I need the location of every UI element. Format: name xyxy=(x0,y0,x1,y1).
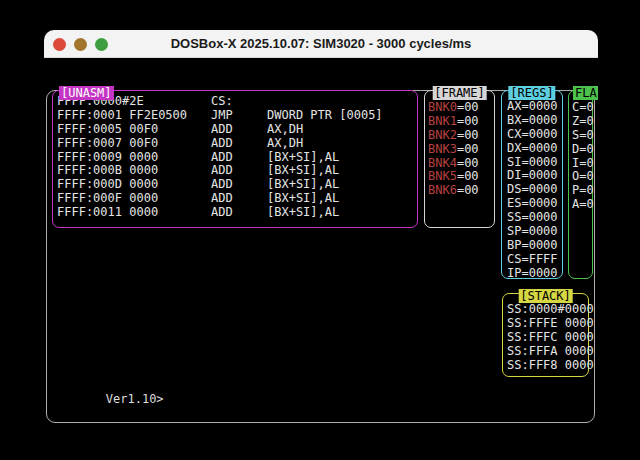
unasm-mnemonic: ADD xyxy=(211,178,267,192)
register-row: DX=0000 xyxy=(507,142,562,156)
unasm-address: FFFF:000B 0000 xyxy=(57,164,211,178)
unasm-mnemonic: CS: xyxy=(211,95,267,109)
flag-row: Z=0 xyxy=(572,115,592,129)
unasm-rows: FFFF:0000#2E CS: FFFF:0001 FF2E0500 JMP … xyxy=(53,95,417,220)
frame-bank-name: BNK0 xyxy=(428,100,457,114)
frame-bank-row: BNK3=00 xyxy=(428,143,494,157)
unasm-mnemonic: ADD xyxy=(211,192,267,206)
stack-panel: [STACK] SS:0000#0000 SS:FFFE 0000 SS:FFF… xyxy=(502,293,589,377)
register-row: CS=FFFF xyxy=(507,253,562,267)
window-title: DOSBox-X 2025.10.07: SIM3020 - 3000 cycl… xyxy=(44,30,598,58)
frame-bank-row: BNK6=00 xyxy=(428,184,494,198)
unasm-row: FFFF:000D 0000 ADD [BX+SI],AL xyxy=(57,178,417,192)
frame-bank-name: BNK6 xyxy=(428,183,457,197)
flags-rows: C=0 Z=0 S=0 D=0 I=0 O=0 P=0 A=0 xyxy=(569,101,592,212)
frame-rows: BNK0=00 BNK1=00 BNK2=00 BNK3=00 BNK4=00 … xyxy=(425,101,494,198)
dosbox-window: DOSBox-X 2025.10.07: SIM3020 - 3000 cycl… xyxy=(44,30,598,434)
unasm-mnemonic: ADD xyxy=(211,151,267,165)
unasm-row: FFFF:0007 00F0 ADD AX,DH xyxy=(57,137,417,151)
flag-row: O=0 xyxy=(572,170,592,184)
register-row: IP=0000 xyxy=(507,267,562,281)
regs-rows: AX=0000 BX=0000 CX=0000 DX=0000 SI=0000 … xyxy=(502,100,562,281)
frame-bank-value: =00 xyxy=(457,100,479,114)
stack-entry-row: SS:0000#0000 xyxy=(507,303,588,317)
unasm-panel: [UNASM] FFFF:0000#2E CS: FFFF:0001 FF2E0… xyxy=(52,90,418,228)
frame-bank-value: =00 xyxy=(457,142,479,156)
unasm-row: FFFF:000B 0000 ADD [BX+SI],AL xyxy=(57,164,417,178)
flag-row: S=0 xyxy=(572,129,592,143)
frame-bank-value: =00 xyxy=(457,114,479,128)
frame-bank-name: BNK4 xyxy=(428,156,457,170)
window-titlebar[interactable]: DOSBox-X 2025.10.07: SIM3020 - 3000 cycl… xyxy=(44,30,598,58)
command-line[interactable]: Ver1.10> xyxy=(48,379,164,421)
unasm-row: FFFF:0011 0000 ADD [BX+SI],AL xyxy=(57,206,417,220)
register-row: BX=0000 xyxy=(507,114,562,128)
unasm-address: FFFF:0005 00F0 xyxy=(57,123,211,137)
frame-bank-row: BNK0=00 xyxy=(428,101,494,115)
unasm-address: FFFF:0009 0000 xyxy=(57,151,211,165)
unasm-operand: [BX+SI],AL xyxy=(267,151,339,165)
stack-panel-label: [STACK] xyxy=(518,289,573,303)
stack-entry-row: SS:FFFA 0000 xyxy=(507,345,588,359)
unasm-mnemonic: JMP xyxy=(211,109,267,123)
unasm-address: FFFF:0011 0000 xyxy=(57,206,211,220)
unasm-operand: [BX+SI],AL xyxy=(267,164,339,178)
frame-panel: [FRAME] BNK0=00 BNK1=00 BNK2=00 BNK3=00 … xyxy=(424,90,495,228)
unasm-row: FFFF:0005 00F0 ADD AX,DH xyxy=(57,123,417,137)
debugger-screen: [UNASM] FFFF:0000#2E CS: FFFF:0001 FF2E0… xyxy=(44,58,598,434)
register-row: SS=0000 xyxy=(507,211,562,225)
unasm-operand: [BX+SI],AL xyxy=(267,206,339,220)
register-row: DS=0000 xyxy=(507,183,562,197)
unasm-address: FFFF:0007 00F0 xyxy=(57,137,211,151)
unasm-address: FFFF:000F 0000 xyxy=(57,192,211,206)
frame-bank-value: =00 xyxy=(457,183,479,197)
register-row: CX=0000 xyxy=(507,128,562,142)
flag-row: P=0 xyxy=(572,184,592,198)
unasm-panel-label: [UNASM] xyxy=(59,86,114,100)
frame-panel-label: [FRAME] xyxy=(432,86,487,100)
frame-bank-value: =00 xyxy=(457,156,479,170)
register-row: SP=0000 xyxy=(507,225,562,239)
frame-bank-row: BNK1=00 xyxy=(428,115,494,129)
unasm-address: FFFF:0001 FF2E0500 xyxy=(57,109,211,123)
flags-panel: FLA C=0 Z=0 S=0 D=0 I=0 O=0 xyxy=(568,90,593,279)
unasm-row: FFFF:0001 FF2E0500 JMP DWORD PTR [0005] xyxy=(57,109,417,123)
desktop-background: DOSBox-X 2025.10.07: SIM3020 - 3000 cycl… xyxy=(0,0,640,460)
unasm-operand: DWORD PTR [0005] xyxy=(267,109,383,123)
frame-bank-name: BNK5 xyxy=(428,169,457,183)
stack-rows: SS:0000#0000 SS:FFFE 0000 SS:FFFC 0000 S… xyxy=(503,303,588,372)
register-row: SI=0000 xyxy=(507,156,562,170)
frame-bank-row: BNK5=00 xyxy=(428,170,494,184)
flag-row: A=0 xyxy=(572,198,592,212)
regs-panel-label: [REGS] xyxy=(508,86,555,100)
unasm-mnemonic: ADD xyxy=(211,123,267,137)
unasm-address: FFFF:000D 0000 xyxy=(57,178,211,192)
unasm-operand: [BX+SI],AL xyxy=(267,178,339,192)
regs-panel: [REGS] AX=0000 BX=0000 CX=0000 DX=0000 S… xyxy=(501,90,563,279)
flag-row: C=0 xyxy=(572,101,592,115)
register-row: ES=0000 xyxy=(507,197,562,211)
frame-bank-value: =00 xyxy=(457,128,479,142)
unasm-row: FFFF:000F 0000 ADD [BX+SI],AL xyxy=(57,192,417,206)
frame-bank-row: BNK2=00 xyxy=(428,129,494,143)
unasm-operand: [BX+SI],AL xyxy=(267,192,339,206)
frame-bank-row: BNK4=00 xyxy=(428,157,494,171)
command-prompt: Ver1.10> xyxy=(106,392,164,406)
frame-bank-name: BNK3 xyxy=(428,142,457,156)
flag-row: D=0 xyxy=(572,143,592,157)
stack-entry-row: SS:FFFE 0000 xyxy=(507,317,588,331)
frame-bank-name: BNK1 xyxy=(428,114,457,128)
unasm-mnemonic: ADD xyxy=(211,137,267,151)
unasm-operand: AX,DH xyxy=(267,123,303,137)
unasm-mnemonic: ADD xyxy=(211,164,267,178)
frame-bank-name: BNK2 xyxy=(428,128,457,142)
unasm-operand: AX,DH xyxy=(267,137,303,151)
flag-row: I=0 xyxy=(572,157,592,171)
frame-bank-value: =00 xyxy=(457,169,479,183)
unasm-mnemonic: ADD xyxy=(211,206,267,220)
stack-entry-row: SS:FFFC 0000 xyxy=(507,331,588,345)
register-row: BP=0000 xyxy=(507,239,562,253)
flags-panel-label: FLA xyxy=(573,86,598,100)
stack-entry-row: SS:FFF8 0000 xyxy=(507,359,588,373)
register-row: DI=0000 xyxy=(507,169,562,183)
